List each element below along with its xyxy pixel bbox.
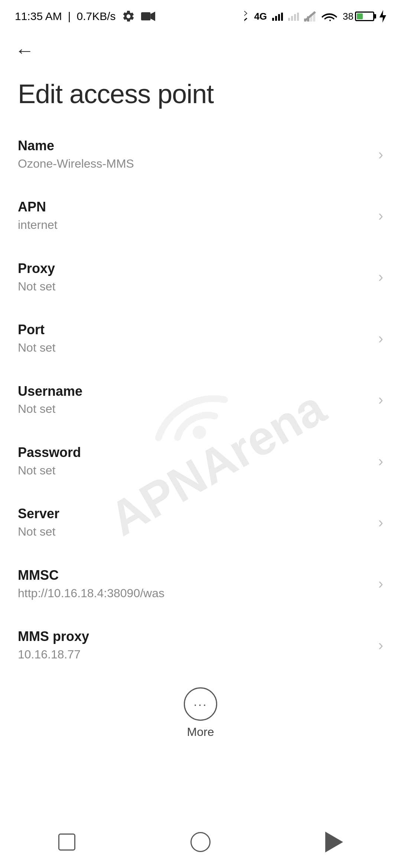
status-left: 11:35 AM | 0.7KB/s [15,10,155,23]
chevron-right-icon-username: › [378,391,383,408]
settings-item-port[interactable]: Port Not set › [0,308,401,369]
chevron-right-icon-proxy: › [378,269,383,285]
separator: | [68,10,71,23]
nav-recent-button[interactable] [52,827,82,857]
toolbar: ← [0,30,401,71]
settings-item-name[interactable]: Name Ozone-Wireless-MMS › [0,124,401,185]
settings-label-mms-proxy: MMS proxy [18,628,371,645]
svg-marker-1 [150,11,155,21]
battery-percent: 38 [343,11,353,22]
settings-item-content-port: Port Not set [18,321,371,355]
back-arrow-icon: ← [15,41,34,60]
svg-rect-4 [310,14,312,22]
svg-rect-2 [304,19,306,22]
settings-label-apn: APN [18,198,371,216]
settings-item-username[interactable]: Username Not set › [0,369,401,431]
chevron-right-icon-mms-proxy: › [378,637,383,654]
data-speed: 0.7KB/s [77,10,116,23]
settings-label-server: Server [18,505,371,523]
video-icon [141,11,155,22]
settings-label-mmsc: MMSC [18,567,371,584]
status-bar: 11:35 AM | 0.7KB/s 4G [0,0,401,30]
signal-bars-1 [272,12,283,21]
bluetooth-icon [240,10,249,23]
chevron-right-icon-port: › [378,330,383,347]
settings-value-server: Not set [18,524,371,540]
no-signal-icon [304,11,316,22]
settings-value-proxy: Not set [18,279,371,295]
back-icon [325,832,343,852]
settings-item-proxy[interactable]: Proxy Not set › [0,247,401,308]
svg-rect-3 [307,16,309,22]
settings-value-username: Not set [18,401,371,417]
settings-item-apn[interactable]: APN internet › [0,185,401,246]
settings-label-password: Password [18,444,371,461]
settings-item-mms-proxy[interactable]: MMS proxy 10.16.18.77 › [0,615,401,676]
settings-value-name: Ozone-Wireless-MMS [18,156,371,172]
chevron-right-icon-password: › [378,453,383,470]
settings-item-mmsc[interactable]: MMSC http://10.16.18.4:38090/was › [0,553,401,615]
battery-indicator: 38 [343,11,374,22]
settings-icon [122,10,135,23]
chevron-right-icon-name: › [378,146,383,163]
svg-rect-5 [313,12,315,22]
signal-bars-2 [288,12,299,21]
settings-item-password[interactable]: Password Not set › [0,431,401,492]
settings-value-apn: internet [18,217,371,233]
nav-home-button[interactable] [186,827,215,857]
chevron-right-icon-server: › [378,514,383,531]
settings-value-mms-proxy: 10.16.18.77 [18,647,371,662]
more-section: ··· More [0,676,401,746]
time-display: 11:35 AM [15,10,62,23]
settings-item-content-server: Server Not set [18,505,371,539]
back-button[interactable]: ← [11,37,38,64]
settings-item-server[interactable]: Server Not set › [0,492,401,553]
nav-back-button[interactable] [319,827,349,857]
page-title: Edit access point [18,79,213,109]
settings-item-content-name: Name Ozone-Wireless-MMS [18,137,371,171]
page-title-section: Edit access point [0,71,401,124]
settings-item-content-password: Password Not set [18,444,371,478]
more-label: More [187,725,214,739]
settings-value-password: Not set [18,463,371,479]
chevron-right-icon-apn: › [378,207,383,224]
settings-item-content-mmsc: MMSC http://10.16.18.4:38090/was [18,567,371,601]
settings-item-content-proxy: Proxy Not set [18,260,371,294]
settings-value-port: Not set [18,340,371,356]
status-right: 4G 38 [240,10,386,23]
settings-list: Name Ozone-Wireless-MMS › APN internet ›… [0,124,401,676]
wifi-icon [321,10,338,23]
settings-item-content-username: Username Not set [18,383,371,417]
recent-icon [58,834,75,851]
more-button[interactable]: ··· [184,687,217,721]
charging-icon [379,10,386,23]
settings-label-name: Name [18,137,371,155]
nav-bar [0,823,401,868]
svg-marker-6 [379,10,386,23]
home-icon [190,832,211,852]
settings-item-content-apn: APN internet [18,198,371,233]
svg-rect-0 [141,12,150,20]
settings-label-port: Port [18,321,371,339]
chevron-right-icon-mmsc: › [378,575,383,592]
settings-value-mmsc: http://10.16.18.4:38090/was [18,586,371,601]
network-4g: 4G [254,11,267,22]
settings-item-content-mms-proxy: MMS proxy 10.16.18.77 [18,628,371,662]
more-dots-icon: ··· [193,698,207,710]
settings-label-username: Username [18,383,371,400]
settings-label-proxy: Proxy [18,260,371,277]
